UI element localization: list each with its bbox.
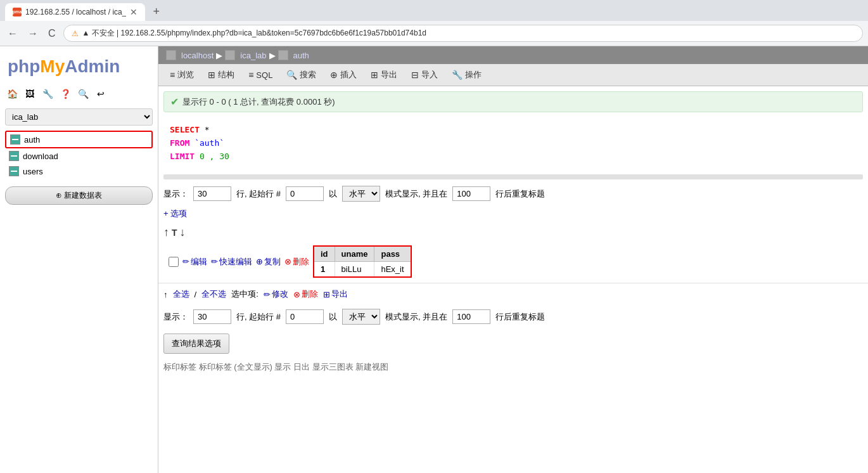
repeat-input[interactable] <box>452 186 490 201</box>
structure-button[interactable]: ⊞ 结构 <box>201 67 241 83</box>
query-results-button[interactable]: 查询结果选项 <box>163 334 229 354</box>
database-select[interactable]: ica_lab <box>5 108 153 126</box>
mode-label-2: 以 <box>329 311 337 323</box>
search-sidebar-icon[interactable]: 🔍 <box>76 87 90 101</box>
table-item-download[interactable]: download <box>5 148 153 164</box>
copy-icon: ⊕ <box>256 257 263 266</box>
options-link[interactable]: + 选项 <box>163 208 863 219</box>
back-sidebar-icon[interactable]: ↩ <box>94 87 108 101</box>
display-options-row-2: 显示： 行, 起始行 # 以 水平 模式显示, 并且在 行后重复标题 <box>158 305 868 328</box>
bottom-export-label: 导出 <box>331 288 348 300</box>
start-input-2[interactable] <box>286 309 324 324</box>
bottom-delete-link[interactable]: ⊗ 删除 <box>293 288 318 300</box>
sql-star: * <box>200 125 210 134</box>
rows-input[interactable] <box>193 186 231 201</box>
export-label: 导出 <box>381 69 397 81</box>
status-text: 显示行 0 - 0 ( 1 总计, 查询花费 0.0001 秒) <box>182 96 335 108</box>
select-item-label: 选中项: <box>231 288 258 300</box>
col-pass: pass <box>374 246 411 262</box>
logo-admin: Admin <box>65 56 120 76</box>
new-table-button[interactable]: ⊕ 新建数据表 <box>5 186 153 205</box>
copy-label: 复制 <box>264 256 281 268</box>
display-options-row: 显示： 行, 起始行 # 以 水平 模式显示, 并且在 行后重复标题 <box>158 182 868 205</box>
logo-php: php <box>8 56 40 76</box>
sql-label: SQL <box>256 70 272 80</box>
toolbar: ≡ 浏览 ⊞ 结构 ≡ SQL 🔍 搜索 ⊕ 插入 ⊞ 导出 <box>158 64 868 86</box>
table-name-users: users <box>23 167 43 176</box>
sort-up-icon[interactable]: ↑ <box>163 226 169 239</box>
active-tab[interactable]: pma 192.168.2.55 / localhost / ica_ ✕ <box>5 3 145 21</box>
tab-favicon: pma <box>13 8 22 16</box>
delete-label: 删除 <box>293 256 309 268</box>
nav-bar: ← → C ⚠ ▲ 不安全 | 192.168.2.55/phpmy/index… <box>0 21 868 46</box>
breadcrumb-sep2: ▶ <box>269 51 276 60</box>
import-icon: ⊟ <box>411 70 419 80</box>
sql-button[interactable]: ≡ SQL <box>242 67 279 82</box>
cell-pass: hEx_it <box>374 262 411 278</box>
export-button[interactable]: ⊞ 导出 <box>364 67 404 83</box>
start-label: 行, 起始行 # <box>236 188 281 200</box>
browse-icon: ≡ <box>170 70 175 80</box>
home-icon[interactable]: 🏠 <box>5 87 19 101</box>
spacer <box>163 174 863 179</box>
forward-button[interactable]: → <box>25 25 41 42</box>
breadcrumb-db[interactable]: ica_lab <box>240 51 266 60</box>
export-icon: ⊞ <box>371 70 378 80</box>
browse-button[interactable]: ≡ 浏览 <box>163 67 200 83</box>
security-icon: ⚠ <box>72 29 79 38</box>
deselect-all-link[interactable]: 全不选 <box>201 288 226 300</box>
operations-icon: 🔧 <box>452 70 463 80</box>
sub-actions-text: 标印标签 标印标签 (全文显示) 显示 日出 显示三图表 新建视图 <box>163 361 388 373</box>
edit-link[interactable]: ✏ 编辑 <box>182 256 207 268</box>
show-label: 显示： <box>163 188 188 200</box>
sql-select-keyword: SELECT <box>170 125 200 134</box>
show-label-2: 显示： <box>163 311 188 323</box>
copy-link[interactable]: ⊕ 复制 <box>256 256 281 268</box>
delete-link[interactable]: ⊗ 删除 <box>284 256 309 268</box>
help-icon[interactable]: ❓ <box>58 87 72 101</box>
operations-button[interactable]: 🔧 操作 <box>445 67 488 83</box>
slash: / <box>195 290 197 299</box>
search-button[interactable]: 🔍 搜索 <box>280 67 322 83</box>
mode-select-2[interactable]: 水平 <box>342 309 380 325</box>
table-item-users[interactable]: users <box>5 164 153 179</box>
structure-icon: ⊞ <box>208 70 215 80</box>
delete-icon-sym: ⊗ <box>284 257 291 266</box>
logo-my: My <box>40 56 65 76</box>
content-area: localhost ▶ ica_lab ▶ auth ≡ 浏览 ⊞ 结构 ≡ S… <box>158 46 868 473</box>
table-item-auth[interactable]: auth <box>5 131 153 148</box>
quick-edit-icon: ✏ <box>211 257 218 266</box>
settings-icon[interactable]: 🔧 <box>41 87 54 101</box>
mode-label: 以 <box>329 188 337 200</box>
breadcrumb: localhost ▶ ica_lab ▶ auth <box>158 46 868 64</box>
insert-button[interactable]: ⊕ 插入 <box>324 67 363 83</box>
select-all-link[interactable]: 全选 <box>173 288 189 300</box>
sql-limit-keyword: LIMIT <box>170 152 195 161</box>
table-icon-auth <box>10 134 20 145</box>
new-tab-button[interactable]: + <box>148 3 165 21</box>
pencil-icon: ✏ <box>182 257 189 266</box>
quick-edit-link[interactable]: ✏ 快速编辑 <box>211 256 252 268</box>
sort-down-icon[interactable]: ↓ <box>180 226 186 239</box>
address-bar[interactable]: ⚠ ▲ 不安全 | 192.168.2.55/phpmy/index.php?d… <box>63 25 863 42</box>
structure-label: 结构 <box>218 69 234 81</box>
mode-select[interactable]: 水平 <box>342 186 380 202</box>
refresh-button[interactable]: C <box>46 25 58 42</box>
back-button[interactable]: ← <box>5 25 20 42</box>
sql-from-keyword: FROM <box>170 138 189 148</box>
repeat-input-2[interactable] <box>452 309 490 324</box>
breadcrumb-table-icon <box>278 50 288 60</box>
start-input[interactable] <box>286 186 324 201</box>
rows-input-2[interactable] <box>193 309 231 324</box>
modify-link[interactable]: ✏ 修改 <box>264 288 288 300</box>
image-icon[interactable]: 🖼 <box>23 87 37 101</box>
breadcrumb-localhost[interactable]: localhost <box>181 51 214 60</box>
breadcrumb-table[interactable]: auth <box>293 51 309 60</box>
import-button[interactable]: ⊟ 导入 <box>405 67 444 83</box>
tab-close-button[interactable]: ✕ <box>130 7 137 17</box>
sidebar: phpMyAdmin 🏠 🖼 🔧 ❓ 🔍 ↩ ica_lab auth down… <box>0 46 158 473</box>
modify-label: 修改 <box>272 288 288 300</box>
bottom-export-link[interactable]: ⊞ 导出 <box>323 288 348 300</box>
status-bar: ✔ 显示行 0 - 0 ( 1 总计, 查询花费 0.0001 秒) <box>163 91 863 112</box>
row-checkbox-1[interactable] <box>169 257 179 267</box>
